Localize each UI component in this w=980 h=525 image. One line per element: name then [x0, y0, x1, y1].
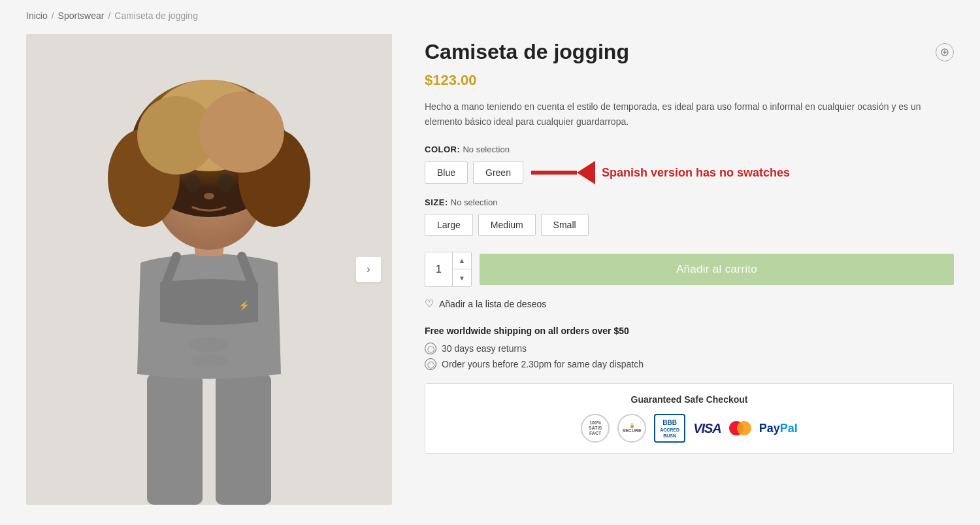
size-section: SIZE: No selection Large Medium Small [425, 197, 954, 236]
svg-rect-1 [147, 374, 203, 505]
color-swatch-row-container: Blue Green Spanish version has no swatch… [425, 161, 954, 184]
add-to-cart-row: 1 ▲ ▼ Añadir al carrito [425, 252, 954, 287]
svg-rect-2 [216, 374, 271, 505]
shipping-item-1: ◯ 30 days easy returns [425, 343, 954, 354]
breadcrumb-sep-1: / [52, 10, 54, 21]
product-image-svg: ⚡ [26, 34, 392, 505]
shipping-text-2: Order yours before 2.30pm for same day d… [442, 359, 644, 369]
svg-text:⚡: ⚡ [238, 300, 250, 311]
product-title: Camiseta de jogging [425, 39, 629, 64]
shipping-info: Free worldwide shipping on all orders ov… [425, 326, 954, 370]
svg-point-16 [191, 354, 227, 367]
visa-logo: VISA [693, 421, 721, 436]
color-swatch-row: Blue Green [425, 161, 523, 184]
annotation-text: Spanish version has no swatches [602, 166, 790, 180]
product-title-row: Camiseta de jogging [425, 39, 954, 64]
check-circle-2: ◯ [425, 358, 436, 370]
size-btn-small[interactable]: Small [541, 214, 589, 236]
annotation-arrow: Spanish version has no swatches [531, 161, 790, 184]
product-image-area: ⚡ › [26, 34, 392, 505]
size-btn-medium[interactable]: Medium [478, 214, 536, 236]
breadcrumb-category[interactable]: Sportswear [58, 10, 105, 21]
svg-point-12 [218, 174, 233, 192]
shipping-item-2: ◯ Order yours before 2.30pm for same day… [425, 358, 954, 370]
color-swatch-green[interactable]: Green [473, 161, 523, 184]
color-swatch-blue[interactable]: Blue [425, 161, 468, 184]
svg-point-15 [189, 337, 229, 352]
main-content: ⚡ › Camiseta de jogging [26, 34, 954, 505]
svg-point-11 [185, 174, 201, 192]
svg-point-13 [204, 193, 214, 199]
product-details: Camiseta de jogging $123.00 Hecho a mano… [425, 34, 954, 454]
breadcrumb-home[interactable]: Inicio [26, 10, 48, 21]
product-description: Hecho a mano teniendo en cuenta el estil… [425, 99, 954, 129]
mastercard-logo [729, 421, 751, 435]
breadcrumb-sep-2: / [108, 10, 110, 21]
arrow-head [577, 161, 595, 184]
product-image: ⚡ [26, 34, 392, 505]
size-btn-large[interactable]: Large [425, 214, 473, 236]
size-buttons-row: Large Medium Small [425, 214, 954, 236]
next-image-button[interactable]: › [355, 256, 382, 282]
share-button[interactable] [936, 43, 954, 61]
payment-logos: 100% SATIS FACT 🔒 SECURE BBB ACCRED BUSN [438, 414, 940, 443]
product-price: $123.00 [425, 72, 954, 89]
safe-checkout-title: Guaranteed Safe Checkout [438, 394, 940, 405]
quantity-display: 1 ▲ ▼ [425, 252, 471, 286]
shipping-text-1: 30 days easy returns [442, 343, 527, 354]
paypal-logo: PayPal [759, 422, 798, 435]
quantity-decrease[interactable]: ▼ [453, 269, 471, 286]
quantity-increase[interactable]: ▲ [453, 252, 471, 269]
breadcrumb: Inicio / Sportswear / Camiseta de joggin… [26, 10, 954, 21]
arrow-shaft [531, 171, 577, 175]
quantity-control: 1 ▲ ▼ [425, 252, 472, 287]
size-label: SIZE: No selection [425, 197, 954, 207]
shipping-title: Free worldwide shipping on all orders ov… [425, 326, 954, 336]
quantity-value: 1 [425, 252, 452, 286]
wishlist-text: Añadir a la lista de deseos [439, 299, 546, 309]
breadcrumb-current: Camiseta de jogging [114, 10, 198, 21]
bbb-badge: BBB ACCRED BUSN [654, 414, 685, 443]
add-to-cart-button[interactable]: Añadir al carrito [480, 254, 954, 285]
safe-checkout: Guaranteed Safe Checkout 100% SATIS FACT… [425, 383, 954, 454]
check-circle-1: ◯ [425, 343, 436, 354]
guarantee-badge: 100% SATIS FACT [581, 414, 610, 443]
page-wrapper: Inicio / Sportswear / Camiseta de joggin… [0, 0, 980, 525]
color-label: COLOR: No selection [425, 144, 954, 154]
heart-icon: ♡ [425, 297, 434, 310]
wishlist-row[interactable]: ♡ Añadir a la lista de deseos [425, 297, 954, 310]
svg-point-10 [199, 92, 284, 173]
quantity-arrows: ▲ ▼ [452, 252, 471, 286]
secure-badge: 🔒 SECURE [617, 414, 646, 443]
color-section: COLOR: No selection Blue Green Spanish v… [425, 144, 954, 184]
